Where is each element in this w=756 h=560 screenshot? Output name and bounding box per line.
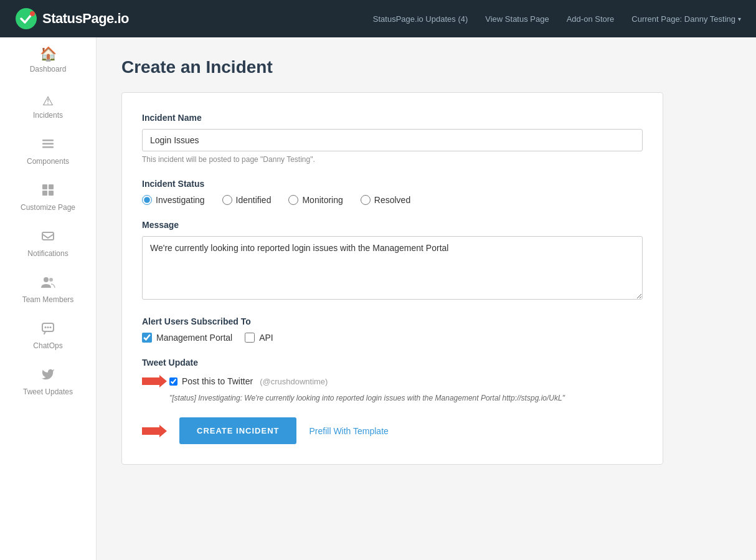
incident-status-group: Incident Status Investigating Identified… bbox=[142, 179, 643, 205]
customize-icon bbox=[41, 183, 55, 199]
svg-point-1 bbox=[30, 11, 35, 16]
tweet-label: Tweet Update bbox=[142, 358, 643, 368]
tweet-group: Tweet Update Post this to Twitter (@crus… bbox=[142, 358, 643, 402]
message-textarea[interactable]: We're currently looking into reported lo… bbox=[142, 236, 643, 300]
svg-rect-7 bbox=[42, 191, 47, 196]
status-identified[interactable]: Identified bbox=[222, 195, 272, 205]
svg-point-11 bbox=[49, 278, 53, 282]
sidebar-item-team[interactable]: Team Members bbox=[0, 267, 96, 313]
incident-name-hint: This incident will be posted to page "Da… bbox=[142, 155, 643, 164]
components-icon bbox=[41, 137, 55, 153]
sidebar-item-dashboard[interactable]: 🏠 Dashboard bbox=[0, 47, 96, 86]
tweet-checkbox-row: Post this to Twitter (@crushdowntime) bbox=[169, 376, 328, 386]
tweet-preview: "[status] Investigating: We're currently… bbox=[169, 394, 643, 402]
svg-rect-4 bbox=[42, 146, 54, 148]
svg-point-14 bbox=[47, 326, 49, 328]
svg-rect-8 bbox=[49, 191, 54, 196]
nav-view-status[interactable]: View Status Page bbox=[485, 14, 549, 24]
svg-point-0 bbox=[16, 8, 37, 29]
alert-management-portal[interactable]: Management Portal bbox=[142, 333, 232, 343]
checkbox-management-portal[interactable] bbox=[142, 333, 152, 343]
radio-resolved[interactable] bbox=[361, 195, 371, 205]
svg-point-13 bbox=[45, 326, 47, 328]
alert-management-portal-label: Management Portal bbox=[156, 333, 232, 343]
sidebar-label-dashboard: Dashboard bbox=[30, 65, 67, 74]
sidebar-item-chatops[interactable]: ChatOps bbox=[0, 313, 96, 359]
checkbox-post-twitter[interactable] bbox=[169, 377, 177, 386]
logo-icon bbox=[15, 7, 37, 30]
form-actions: CREATE INCIDENT Prefill With Template bbox=[142, 417, 643, 444]
sidebar-label-incidents: Incidents bbox=[33, 111, 63, 120]
sidebar-label-customize: Customize Page bbox=[21, 203, 75, 212]
status-resolved-label: Resolved bbox=[374, 195, 410, 205]
svg-marker-16 bbox=[142, 375, 167, 387]
alert-label: Alert Users Subscribed To bbox=[142, 316, 643, 326]
sidebar-item-incidents[interactable]: ⚠ Incidents bbox=[0, 86, 96, 128]
status-monitoring-label: Monitoring bbox=[302, 195, 343, 205]
alert-checkbox-group: Management Portal API bbox=[142, 333, 643, 343]
status-identified-label: Identified bbox=[236, 195, 272, 205]
svg-rect-6 bbox=[49, 184, 54, 189]
sidebar-item-customize[interactable]: Customize Page bbox=[0, 174, 96, 221]
twitter-handle: (@crushdowntime) bbox=[260, 377, 328, 386]
logo: StatusPage.io bbox=[15, 7, 129, 30]
radio-monitoring[interactable] bbox=[288, 195, 298, 205]
svg-marker-17 bbox=[142, 425, 167, 437]
sidebar-label-tweet: Tweet Updates bbox=[23, 387, 73, 396]
alert-group: Alert Users Subscribed To Management Por… bbox=[142, 316, 643, 343]
red-arrow-icon bbox=[142, 374, 167, 389]
svg-point-15 bbox=[50, 326, 52, 328]
status-monitoring[interactable]: Monitoring bbox=[288, 195, 343, 205]
nav-updates[interactable]: StatusPage.io Updates (4) bbox=[373, 14, 468, 24]
sidebar-label-chatops: ChatOps bbox=[33, 341, 62, 350]
alert-api-label: API bbox=[259, 333, 273, 343]
home-icon: 🏠 bbox=[40, 47, 57, 61]
create-incident-button[interactable]: CREATE INCIDENT bbox=[179, 417, 296, 444]
checkbox-api[interactable] bbox=[245, 333, 255, 343]
notifications-icon bbox=[41, 229, 55, 245]
app-body: 🏠 Dashboard ⚠ Incidents Components bbox=[0, 37, 756, 560]
message-group: Message We're currently looking into rep… bbox=[142, 220, 643, 301]
incident-form-card: Incident Name This incident will be post… bbox=[121, 92, 663, 465]
twitter-icon bbox=[41, 368, 55, 384]
tweet-post-label: Post this to Twitter bbox=[182, 376, 253, 386]
warning-icon: ⚠ bbox=[42, 95, 54, 107]
sidebar-label-notifications: Notifications bbox=[27, 249, 68, 258]
sidebar-label-components: Components bbox=[27, 157, 69, 166]
radio-investigating[interactable] bbox=[142, 195, 152, 205]
prefill-template-link[interactable]: Prefill With Template bbox=[309, 426, 388, 436]
alert-api[interactable]: API bbox=[245, 333, 273, 343]
status-investigating[interactable]: Investigating bbox=[142, 195, 205, 205]
sidebar-item-tweet[interactable]: Tweet Updates bbox=[0, 359, 96, 405]
message-label: Message bbox=[142, 220, 643, 230]
sidebar-item-components[interactable]: Components bbox=[0, 128, 96, 174]
radio-identified[interactable] bbox=[222, 195, 232, 205]
incident-name-input[interactable] bbox=[142, 129, 643, 151]
main-content: Create an Incident Incident Name This in… bbox=[97, 37, 756, 560]
incident-name-label: Incident Name bbox=[142, 113, 643, 123]
svg-rect-2 bbox=[42, 140, 54, 141]
red-arrow-create-icon bbox=[142, 424, 167, 439]
svg-rect-5 bbox=[42, 184, 47, 189]
status-radio-group: Investigating Identified Monitoring Reso… bbox=[142, 195, 643, 205]
incident-name-group: Incident Name This incident will be post… bbox=[142, 113, 643, 164]
header-nav: StatusPage.io Updates (4) View Status Pa… bbox=[373, 14, 741, 24]
sidebar-item-notifications[interactable]: Notifications bbox=[0, 221, 96, 267]
logo-text: StatusPage.io bbox=[42, 11, 129, 27]
header: StatusPage.io StatusPage.io Updates (4) … bbox=[0, 0, 756, 37]
status-resolved[interactable]: Resolved bbox=[361, 195, 410, 205]
chatops-icon bbox=[41, 321, 55, 338]
incident-status-label: Incident Status bbox=[142, 179, 643, 189]
status-investigating-label: Investigating bbox=[156, 195, 205, 205]
svg-rect-3 bbox=[42, 143, 54, 145]
team-icon bbox=[40, 275, 55, 292]
nav-current-page[interactable]: Current Page: Danny Testing bbox=[631, 14, 741, 24]
page-title: Create an Incident bbox=[121, 57, 731, 77]
nav-addon[interactable]: Add-on Store bbox=[567, 14, 615, 24]
svg-point-10 bbox=[44, 277, 49, 282]
sidebar: 🏠 Dashboard ⚠ Incidents Components bbox=[0, 37, 97, 560]
sidebar-label-team: Team Members bbox=[22, 295, 74, 304]
